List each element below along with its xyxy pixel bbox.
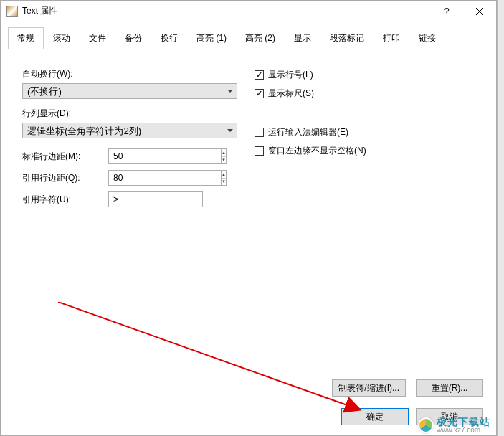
show-line-no-checkbox[interactable]: [255, 70, 264, 80]
no-space-left-checkbox[interactable]: [255, 146, 264, 156]
quote-margin-input[interactable]: [108, 170, 221, 186]
show-line-no-label: 显示行号(L): [268, 69, 313, 81]
tab-link[interactable]: 链接: [409, 27, 445, 49]
quote-char-label: 引用字符(U):: [22, 194, 108, 206]
tab-content-general: 自动换行(W): (不换行) 行列显示(D): 逻辑坐标(全角字符计为2列) 标…: [1, 49, 496, 387]
secondary-buttons: 制表符/缩进(I)... 重置(R)...: [332, 379, 483, 397]
ok-button[interactable]: 确定: [341, 408, 409, 425]
quote-margin-spinner[interactable]: ▲▼: [108, 170, 203, 186]
quote-margin-label: 引用行边距(Q):: [22, 172, 108, 184]
tab-wrap[interactable]: 换行: [151, 27, 187, 49]
ime-checkbox[interactable]: [255, 128, 264, 137]
close-button[interactable]: [463, 1, 496, 22]
reset-button[interactable]: 重置(R)...: [416, 379, 483, 397]
show-ruler-checkbox[interactable]: [255, 89, 264, 98]
watermark-brand: 极光下载站: [437, 417, 490, 427]
left-column: 自动换行(W): (不换行) 行列显示(D): 逻辑坐标(全角字符计为2列) 标…: [22, 68, 244, 213]
tab-scroll[interactable]: 滚动: [44, 27, 80, 49]
line-display-select[interactable]: 逻辑坐标(全角字符计为2列): [22, 123, 237, 138]
tab-indent-button[interactable]: 制表符/缩进(I)...: [332, 379, 406, 397]
std-margin-label: 标准行边距(M):: [22, 151, 108, 163]
tab-file[interactable]: 文件: [80, 27, 115, 49]
std-margin-spinner[interactable]: ▲▼: [108, 148, 203, 164]
watermark: 极光下载站 www.xz7.com: [418, 417, 490, 434]
tab-paragraph[interactable]: 段落标记: [320, 27, 374, 49]
ime-label: 运行输入法编辑器(E): [268, 126, 348, 138]
tab-general[interactable]: 常规: [8, 27, 44, 49]
spin-buttons[interactable]: ▲▼: [221, 148, 227, 164]
show-ruler-label: 显示标尺(S): [268, 87, 314, 100]
auto-wrap-select[interactable]: (不换行): [22, 83, 237, 99]
text-properties-dialog: Text 属性 ? 常规 滚动 文件 备份 换行 高亮 (1) 高亮 (2) 显…: [0, 0, 497, 436]
tab-highlight2[interactable]: 高亮 (2): [236, 27, 285, 49]
right-column: 显示行号(L) 显示标尺(S) 运行输入法编辑器(E) 窗口左边缘不显示空格(N…: [244, 68, 475, 213]
watermark-logo-icon: [418, 417, 434, 433]
quote-char-input[interactable]: [108, 191, 203, 207]
titlebar: Text 属性 ?: [1, 1, 496, 22]
spin-buttons[interactable]: ▲▼: [221, 170, 227, 186]
app-icon: [6, 6, 18, 17]
window-title: Text 属性: [22, 5, 430, 17]
right-edge-strip: [497, 0, 504, 436]
watermark-url: www.xz7.com: [437, 427, 490, 434]
tab-display[interactable]: 显示: [285, 27, 320, 49]
help-button[interactable]: ?: [430, 1, 463, 22]
tabstrip: 常规 滚动 文件 备份 换行 高亮 (1) 高亮 (2) 显示 段落标记 打印 …: [1, 27, 496, 49]
line-display-label: 行列显示(D):: [22, 108, 244, 120]
std-margin-input[interactable]: [108, 148, 221, 164]
tab-backup[interactable]: 备份: [115, 27, 151, 49]
auto-wrap-label: 自动换行(W):: [22, 68, 244, 80]
no-space-left-label: 窗口左边缘不显示空格(N): [268, 145, 366, 157]
tab-print[interactable]: 打印: [374, 27, 409, 49]
tab-highlight1[interactable]: 高亮 (1): [187, 27, 236, 49]
